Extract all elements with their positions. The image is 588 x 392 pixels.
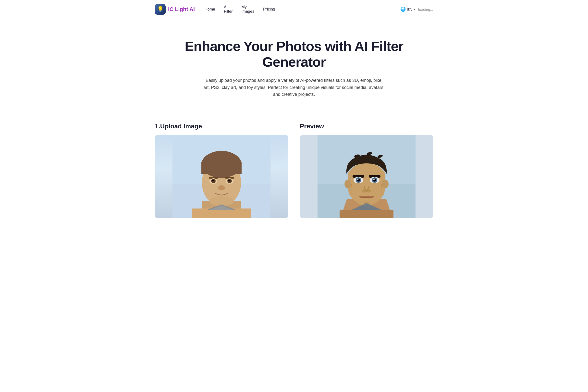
navbar: 💡 IC Light AI Home AIFilter MyImages Pri… xyxy=(147,0,441,19)
svg-rect-9 xyxy=(225,177,234,178)
preview-image-container xyxy=(300,135,433,218)
upload-section: 1.Upload Image xyxy=(155,122,288,218)
hero-subtitle: Easily upload your photos and apply a va… xyxy=(203,77,385,98)
nav-ai-filter[interactable]: AIFilter xyxy=(224,5,233,14)
nav-home[interactable]: Home xyxy=(204,7,215,12)
logo-text: IC Light AI xyxy=(168,6,195,12)
svg-point-14 xyxy=(212,180,214,181)
svg-rect-20 xyxy=(340,210,394,218)
language-code: EN xyxy=(407,7,412,12)
nav-links: Home AIFilter MyImages Pricing xyxy=(204,5,390,14)
content-grid: 1.Upload Image xyxy=(155,122,433,218)
original-photo-svg xyxy=(155,135,288,218)
chevron-down-icon: ▾ xyxy=(414,8,415,11)
lightbulb-icon: 💡 xyxy=(157,6,164,12)
svg-point-32 xyxy=(357,178,358,180)
svg-point-22 xyxy=(344,180,351,188)
hero-title: Enhance Your Photos with AI Filter Gener… xyxy=(157,38,431,70)
svg-rect-36 xyxy=(360,196,374,198)
svg-rect-3 xyxy=(192,208,251,218)
svg-point-23 xyxy=(382,180,388,188)
svg-point-35 xyxy=(366,189,371,192)
globe-icon: 🌐 xyxy=(400,6,406,12)
svg-point-16 xyxy=(218,185,225,190)
preview-section: Preview xyxy=(300,122,433,218)
preview-title: Preview xyxy=(300,122,433,130)
nav-right: 🌐 EN ▾ loading... xyxy=(400,6,433,12)
upload-image-container[interactable] xyxy=(155,135,288,218)
svg-rect-8 xyxy=(209,177,218,178)
preview-photo-svg xyxy=(300,135,433,218)
nav-pricing[interactable]: Pricing xyxy=(263,7,275,12)
svg-point-33 xyxy=(373,178,374,180)
svg-rect-7 xyxy=(202,162,242,174)
svg-point-15 xyxy=(228,180,230,181)
language-selector[interactable]: 🌐 EN ▾ xyxy=(400,6,415,12)
main-content: 1.Upload Image xyxy=(147,113,441,228)
hero-section: Enhance Your Photos with AI Filter Gener… xyxy=(147,19,441,113)
upload-title: 1.Upload Image xyxy=(155,122,288,130)
logo-link[interactable]: 💡 IC Light AI xyxy=(155,4,195,15)
nav-my-images[interactable]: MyImages xyxy=(241,5,254,14)
logo-icon: 💡 xyxy=(155,4,166,15)
loading-status: loading... xyxy=(418,7,433,12)
